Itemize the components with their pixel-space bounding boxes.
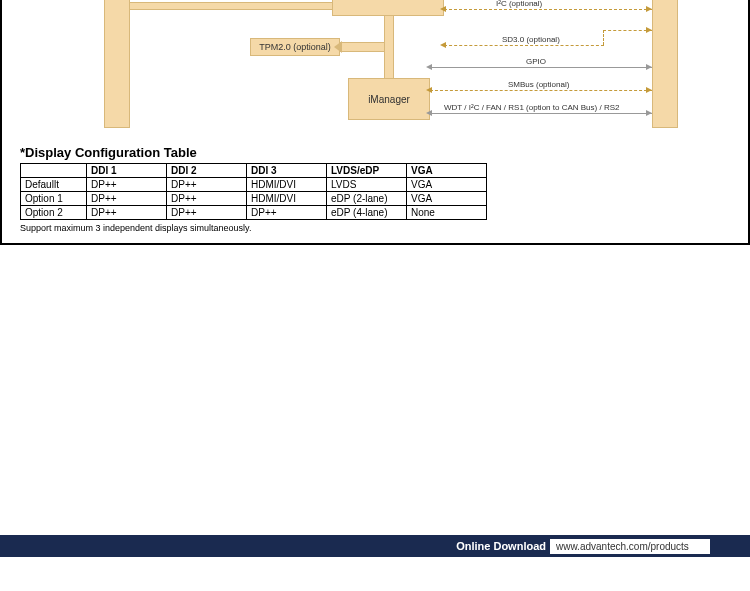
gpio-arrow-l <box>426 64 432 70</box>
table-cell: Defaullt <box>21 178 87 192</box>
bottom-whitespace <box>0 245 750 535</box>
top-chip-block <box>332 0 444 16</box>
i2c-label: I²C (optional) <box>496 0 542 8</box>
i2c-bus-line <box>444 9 652 10</box>
smbus-arrow-l <box>426 87 432 93</box>
gpio-arrow-r <box>646 64 652 70</box>
table-footnote: Support maximum 3 independent displays s… <box>20 223 748 233</box>
sd30-label: SD3.0 (optional) <box>502 35 560 44</box>
left-chip-block <box>104 0 130 128</box>
tpm-arrow-left <box>334 41 342 53</box>
table-row: Option 1DP++DP++HDMI/DVIeDP (2-lane)VGA <box>21 192 487 206</box>
table-cell: eDP (2-lane) <box>327 192 407 206</box>
wdt-bus-line <box>430 113 652 114</box>
gpio-label: GPIO <box>526 57 546 66</box>
table-header-col5: VGA <box>407 164 487 178</box>
i2c-arrow-r <box>646 6 652 12</box>
table-cell: VGA <box>407 192 487 206</box>
sd30-vline <box>603 30 604 45</box>
smbus-bus-line <box>430 90 652 91</box>
gpio-bus-line <box>430 67 652 68</box>
smbus-label: SMBus (optional) <box>508 80 569 89</box>
table-row: DefaulltDP++DP++HDMI/DVILVDSVGA <box>21 178 487 192</box>
footer-download-label: Online Download <box>456 540 550 552</box>
table-cell: Option 2 <box>21 206 87 220</box>
footer-bar: Online Download www.advantech.com/produc… <box>0 535 750 557</box>
page-container: TPM2.0 (optional) iManager I²C (optional… <box>0 0 750 245</box>
table-cell: DP++ <box>167 192 247 206</box>
table-cell: DP++ <box>247 206 327 220</box>
table-cell: DP++ <box>167 206 247 220</box>
table-header-col4: LVDS/eDP <box>327 164 407 178</box>
wdt-arrow-l <box>426 110 432 116</box>
table-cell: DP++ <box>87 178 167 192</box>
sd30-arrow-r <box>646 27 652 33</box>
table-header-col3: DDI 3 <box>247 164 327 178</box>
table-cell: HDMI/DVI <box>247 192 327 206</box>
vconnector <box>384 16 394 78</box>
table-cell: LVDS <box>327 178 407 192</box>
wdt-arrow-r <box>646 110 652 116</box>
tpm-block: TPM2.0 (optional) <box>250 38 340 56</box>
table-cell: VGA <box>407 178 487 192</box>
smbus-arrow-r <box>646 87 652 93</box>
table-row: Option 2DP++DP++DP++eDP (4-lane)None <box>21 206 487 220</box>
sd30-arrow-l <box>440 42 446 48</box>
sd30-bus-line2 <box>603 30 652 31</box>
right-connector-block <box>652 0 678 128</box>
display-config-table: DDI 1DDI 2DDI 3LVDS/eDPVGA DefaulltDP++D… <box>20 163 487 220</box>
wdt-label: WDT / I²C / FAN / RS1 (option to CAN Bus… <box>444 103 619 112</box>
table-header-col0 <box>21 164 87 178</box>
table-cell: eDP (4-lane) <box>327 206 407 220</box>
sd30-bus-line <box>444 45 604 46</box>
table-cell: None <box>407 206 487 220</box>
footer-url[interactable]: www.advantech.com/products <box>550 539 710 554</box>
block-diagram: TPM2.0 (optional) iManager I²C (optional… <box>2 0 748 135</box>
top-hconnector <box>130 2 332 10</box>
table-cell: DP++ <box>87 192 167 206</box>
tpm-connector <box>340 42 384 52</box>
table-header-col1: DDI 1 <box>87 164 167 178</box>
table-header-col2: DDI 2 <box>167 164 247 178</box>
table-title: *Display Configuration Table <box>20 145 748 160</box>
i2c-arrow-l <box>440 6 446 12</box>
table-cell: HDMI/DVI <box>247 178 327 192</box>
table-cell: DP++ <box>87 206 167 220</box>
table-cell: DP++ <box>167 178 247 192</box>
table-cell: Option 1 <box>21 192 87 206</box>
imanager-block: iManager <box>348 78 430 120</box>
